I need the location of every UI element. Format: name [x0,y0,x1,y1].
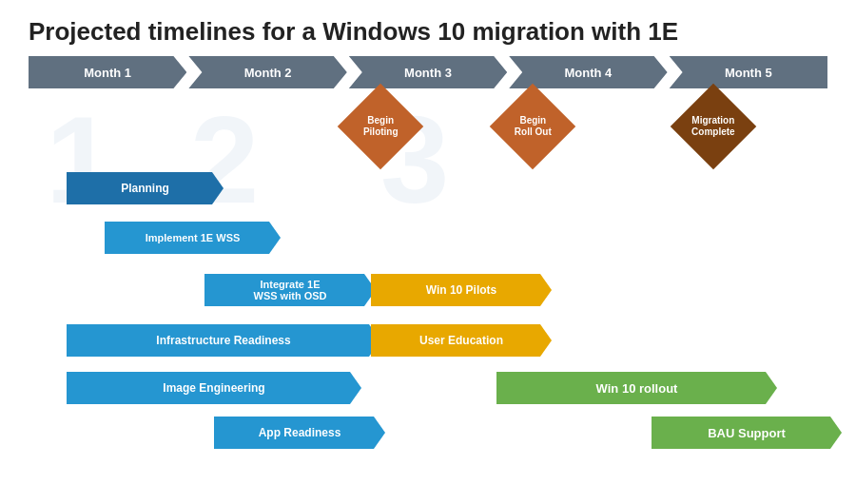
arrow-infrastructure-readiness: Infrastructure Readiness [67,324,380,357]
arrow-app-readiness: App Readiness [214,417,385,449]
arrow-integrate-1e-wss-osd: Integrate 1EWSS with OSD [204,274,376,306]
timeline-header: Month 1 Month 2 Month 3 Month 4 Month 5 [29,56,827,88]
arrow-user-education: User Education [371,324,552,357]
content-area: 1 2 3 BeginPiloting BeginRoll Out Migrat… [29,88,827,450]
arrow-win10-pilots: Win 10 Pilots [371,274,552,306]
arrow-planning: Planning [67,172,224,204]
page-title: Projected timelines for a Windows 10 mig… [0,0,856,56]
month-segment-2: Month 2 [188,56,346,88]
arrow-implement-1e-wss: Implement 1E WSS [105,222,281,254]
arrow-image-engineering: Image Engineering [67,372,361,404]
month-segment-1: Month 1 [29,56,186,88]
month-segment-3: Month 3 [349,56,507,88]
arrow-win10-rollout: Win 10 rollout [496,372,777,404]
arrow-bau-support: BAU Support [652,417,842,449]
milestone-migration-complete: MigrationComplete [671,84,757,170]
month-segment-5: Month 5 [670,56,827,88]
milestone-begin-rollout: BeginRoll Out [490,84,576,170]
